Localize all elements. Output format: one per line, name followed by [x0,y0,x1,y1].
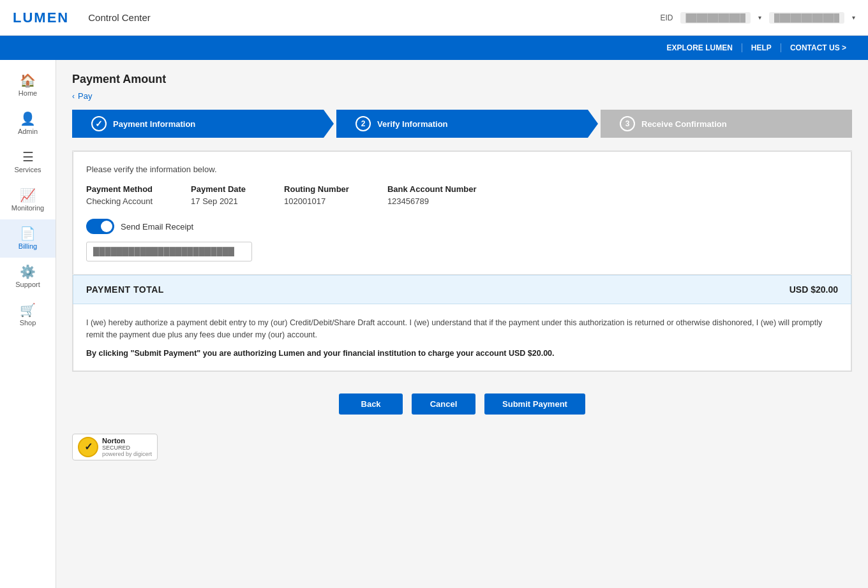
norton-text-block: Norton SECURED powered by digicert [102,437,152,457]
page-title: Payment Amount [72,73,852,86]
payment-info-row: Payment Method Checking Account Payment … [86,184,838,206]
eid-label: EID [660,13,673,22]
header-right: EID ███████████ ▾ ████████████ ▾ [660,12,855,24]
eid-dropdown-icon[interactable]: ▾ [758,14,761,21]
step-3: 3 Receive Confirmation [601,110,852,138]
bank-account-label: Bank Account Number [387,184,477,194]
submit-payment-button[interactable]: Submit Payment [484,393,585,415]
services-icon: ☰ [22,151,34,163]
bank-account-value: 123456789 [387,196,477,206]
nav-help[interactable]: HELP [742,43,781,52]
sidebar-label-support: Support [15,281,40,288]
sidebar-label-home: Home [19,89,37,97]
breadcrumb-pay-link[interactable]: Pay [78,91,92,101]
routing-number-value: 102001017 [284,196,349,206]
email-receipt-label: Send Email Receipt [121,222,193,232]
sidebar-item-admin[interactable]: 👤 Admin [0,105,56,143]
step-1-number: ✓ [91,116,107,131]
norton-title: Norton [102,437,152,445]
sidebar-label-services: Services [14,166,41,173]
payment-total-amount: USD $20.00 [789,284,838,295]
payment-method-value: Checking Account [86,196,153,206]
email-receipt-toggle[interactable] [86,219,114,234]
step-1: ✓ Payment Information [72,110,324,138]
norton-icon: ✓ [78,437,98,457]
sidebar-item-home[interactable]: 🏠 Home [0,66,56,105]
routing-number-label: Routing Number [284,184,349,194]
step-2-number: 2 [355,116,371,131]
step-3-label: Receive Confirmation [641,119,727,129]
nav-explore-lumen[interactable]: EXPLORE LUMEN [658,43,742,52]
norton-powered: powered by digicert [102,451,152,457]
payment-date-col: Payment Date 17 Sep 2021 [191,184,246,206]
home-icon: 🏠 [20,74,36,87]
button-row: Back Cancel Submit Payment [72,387,852,421]
app-title: Control Center [88,12,151,23]
sidebar-label-monitoring: Monitoring [11,204,44,212]
norton-badge: ✓ Norton SECURED powered by digicert [72,434,852,460]
cancel-button[interactable]: Cancel [412,393,475,415]
user-value: ████████████ [769,12,844,24]
auth-text: I (we) hereby authorize a payment debit … [86,317,838,341]
nav-contact-us[interactable]: CONTACT US > [781,43,855,52]
auth-section: I (we) hereby authorize a payment debit … [73,304,851,371]
email-receipt-row: Send Email Receipt [86,219,838,234]
admin-icon: 👤 [20,112,36,125]
nav-bar: EXPLORE LUMEN HELP CONTACT US > [0,36,868,60]
top-header: LUMEN Control Center EID ███████████ ▾ █… [0,0,868,36]
step-2-label: Verify Information [377,119,448,129]
billing-icon: 📄 [20,227,36,240]
sidebar-item-services[interactable]: ☰ Services [0,143,56,181]
payment-date-value: 17 Sep 2021 [191,196,246,206]
sidebar: 🏠 Home 👤 Admin ☰ Services 📈 Monitoring 📄… [0,60,56,588]
main-layout: 🏠 Home 👤 Admin ☰ Services 📈 Monitoring 📄… [0,60,868,588]
step-3-number: 3 [620,116,635,131]
eid-value: ███████████ [680,12,751,24]
auth-bold: By clicking "Submit Payment" you are aut… [86,349,838,358]
logo-text: LUMEN [13,10,69,26]
sidebar-item-support[interactable]: ⚙️ Support [0,258,56,296]
shop-icon: 🛒 [20,304,36,316]
payment-total-label: PAYMENT TOTAL [86,284,164,295]
back-button[interactable]: Back [339,393,403,415]
step-2: 2 Verify Information [336,110,588,138]
payment-details-card: Please verify the information below. Pay… [72,151,852,372]
payment-method-label: Payment Method [86,184,153,194]
sidebar-item-billing[interactable]: 📄 Billing [0,219,56,258]
step-1-label: Payment Information [113,119,195,129]
content-area: Payment Amount ‹ Pay ✓ Payment Informati… [56,60,868,588]
nav-bar-links: EXPLORE LUMEN HELP CONTACT US > [658,43,855,52]
sidebar-item-monitoring[interactable]: 📈 Monitoring [0,181,56,219]
support-icon: ⚙️ [20,265,36,278]
logo: LUMEN [13,10,69,26]
routing-number-col: Routing Number 102001017 [284,184,349,206]
sidebar-label-admin: Admin [18,128,38,135]
breadcrumb: ‹ Pay [72,91,852,101]
progress-steps: ✓ Payment Information 2 Verify Informati… [72,110,852,138]
payment-info-card: Please verify the information below. Pay… [73,151,851,275]
payment-total-bar: PAYMENT TOTAL USD $20.00 [73,275,851,304]
sidebar-item-shop[interactable]: 🛒 Shop [0,296,56,334]
sidebar-label-shop: Shop [20,319,36,327]
sidebar-label-billing: Billing [19,242,37,250]
payment-method-col: Payment Method Checking Account [86,184,153,206]
norton-logo: ✓ Norton SECURED powered by digicert [72,434,158,460]
monitoring-icon: 📈 [20,189,36,202]
toggle-slider [86,219,114,234]
payment-date-label: Payment Date [191,184,246,194]
breadcrumb-back-arrow: ‹ [72,92,75,101]
email-input[interactable] [86,242,252,261]
user-dropdown-icon[interactable]: ▾ [852,14,855,21]
verify-text: Please verify the information below. [86,165,838,174]
bank-account-col: Bank Account Number 123456789 [387,184,477,206]
norton-subtitle: SECURED [102,445,152,451]
